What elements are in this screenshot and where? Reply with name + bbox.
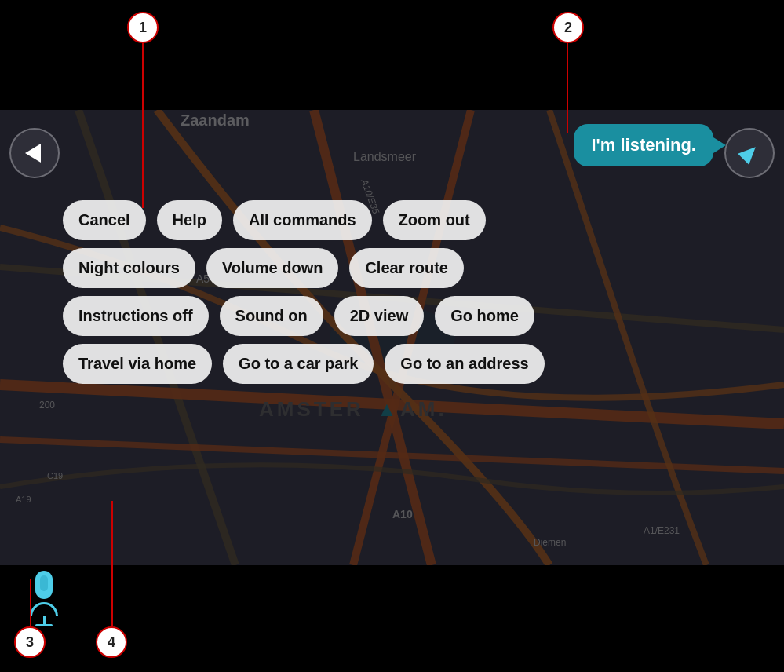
top-bar (0, 0, 784, 110)
zoom-out-button[interactable]: Zoom out (383, 200, 486, 240)
all-commands-button[interactable]: All commands (233, 200, 372, 240)
mic-base-line (43, 616, 46, 624)
annotation-3: 3 (14, 626, 46, 658)
night-colours-button[interactable]: Night colours (63, 248, 195, 288)
commands-row-2: Night colours Volume down Clear route (63, 248, 730, 288)
listening-text: I'm listening. (591, 135, 696, 155)
annotation-2-line (567, 43, 568, 133)
instructions-off-button[interactable]: Instructions off (63, 296, 209, 336)
navigate-icon (738, 141, 761, 165)
annotation-1-line (142, 43, 144, 208)
annotation-4-line (111, 501, 113, 626)
clear-route-button[interactable]: Clear route (349, 248, 464, 288)
commands-row-3: Instructions off Sound on 2D view Go hom… (63, 296, 730, 336)
annotation-4: 4 (96, 626, 127, 658)
go-to-address-button[interactable]: Go to an address (385, 344, 544, 384)
commands-row-4: Travel via home Go to a car park Go to a… (63, 344, 730, 384)
listening-bubble: I'm listening. (574, 124, 713, 166)
commands-grid: Cancel Help All commands Zoom out Night … (63, 200, 730, 384)
navigate-button[interactable] (724, 128, 775, 178)
2d-view-button[interactable]: 2D view (334, 296, 424, 336)
sound-on-button[interactable]: Sound on (220, 296, 323, 336)
commands-row-1: Cancel Help All commands Zoom out (63, 200, 730, 240)
go-to-car-park-button[interactable]: Go to a car park (223, 344, 374, 384)
help-button[interactable]: Help (157, 200, 222, 240)
mic-body (35, 571, 53, 599)
annotation-1: 1 (127, 12, 159, 43)
annotation-3-line (30, 579, 31, 626)
go-home-button[interactable]: Go home (435, 296, 534, 336)
travel-via-home-button[interactable]: Travel via home (63, 344, 212, 384)
microphone-icon[interactable] (30, 571, 58, 626)
back-arrow-icon (25, 144, 41, 163)
mic-stand (30, 602, 58, 616)
volume-down-button[interactable]: Volume down (206, 248, 339, 288)
cancel-button[interactable]: Cancel (63, 200, 146, 240)
annotation-2: 2 (552, 12, 584, 43)
back-button[interactable] (9, 128, 60, 178)
